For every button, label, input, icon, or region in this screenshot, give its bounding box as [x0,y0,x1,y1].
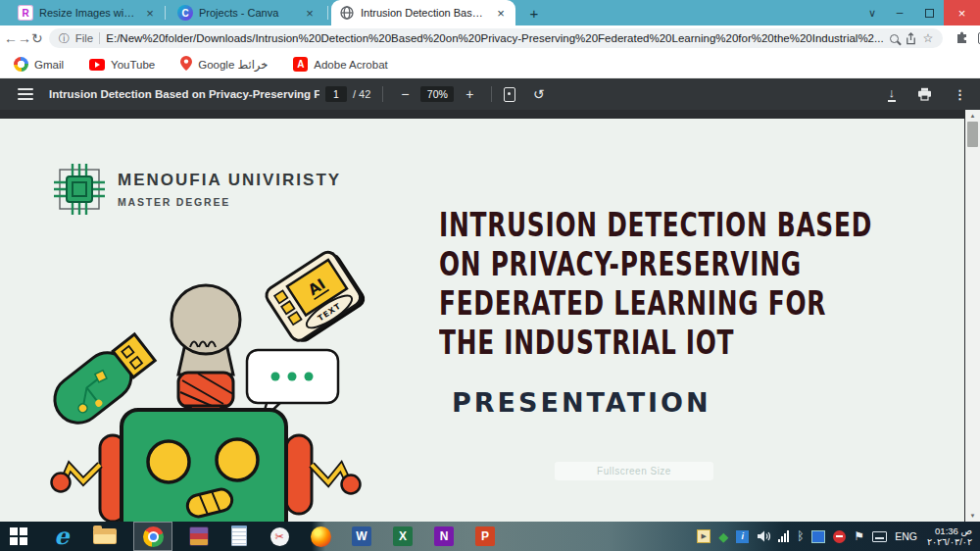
restore-icon [925,9,934,18]
onenote-button[interactable]: N [429,522,459,551]
scroll-down-icon[interactable]: ▼ [970,510,976,522]
rotate-page-button[interactable]: ↻ [533,86,545,102]
bookmark-gmail[interactable]: Gmail [14,57,64,72]
tray-app-window-icon[interactable] [811,530,825,543]
zoom-search-icon[interactable] [890,34,899,43]
zoom-level-input[interactable]: 70% [420,86,454,102]
minimize-button[interactable]: – [885,0,914,25]
zoom-out-button[interactable]: − [395,86,415,102]
toolbar-divider [382,86,383,102]
bookmark-google-maps[interactable]: Google خرائط [180,56,268,73]
language-indicator[interactable]: ENG [895,530,917,542]
pdf-toolbar-right: ↓ ⋮ [888,87,967,102]
current-page-input[interactable]: 1 [325,86,347,102]
google-g-icon [14,57,28,72]
bluetooth-icon[interactable]: ᛒ [797,529,804,543]
tab-canva-projects[interactable]: C Projects - Canva × [170,0,324,25]
tab-resize-images[interactable]: R Resize Images with a Free Image × [10,0,165,25]
network-signal-icon[interactable] [778,530,789,542]
pdf-viewport: MENOUFIA UNIVIRISTY MASTER DEGREE INTRUS… [0,110,980,522]
pdf-scrollbar[interactable]: ▲ ▼ [965,110,980,522]
new-tab-button[interactable]: + [523,3,545,23]
menu-hamburger-icon[interactable] [18,88,33,100]
degree-label: MASTER DEGREE [118,196,341,208]
media-player-tray-icon[interactable]: ▶ [697,529,710,543]
notepad-button[interactable] [225,522,253,551]
download-button[interactable]: ↓ [888,87,897,102]
tab-title: Resize Images with a Free Image [39,7,137,19]
bookmark-adobe-acrobat[interactable]: A Adobe Acrobat [293,57,387,72]
page-info-icon[interactable]: ⓘ [59,31,70,46]
browser-window: R Resize Images with a Free Image × C Pr… [0,0,980,551]
start-button[interactable] [2,522,35,551]
excel-icon: X [393,526,413,546]
scrollbar-thumb[interactable] [967,122,978,147]
window-controls: ∨ – × [859,0,980,25]
canva-favicon: C [177,5,193,21]
firefox-button[interactable] [306,522,335,551]
clock-date: ٢٠٢٦/٠٣/٠٢ [927,536,972,547]
robot-head [52,410,361,522]
windows-taskbar: e ✂ W X N P ▶ ◆ i ᛒ ⚑ [0,522,980,551]
clock-time: 01:36 ص [927,526,972,536]
bookmark-star-icon[interactable]: ☆ [923,31,934,45]
maximize-button[interactable] [914,0,944,25]
url-text[interactable]: E:/New%20folder/Downloads/Intrusion%20De… [106,32,883,44]
forward-button[interactable]: → [18,30,31,46]
scissors-icon: ✂ [270,527,289,546]
close-tab-icon[interactable]: × [303,6,317,21]
file-explorer-button[interactable] [88,522,122,551]
reload-button[interactable]: ↻ [31,30,43,46]
close-window-button[interactable]: × [944,0,980,25]
chip-logo-icon [53,162,106,217]
folder-icon [93,528,117,544]
fit-to-page-button[interactable] [504,87,515,102]
back-button[interactable]: ← [4,30,18,46]
pdf-menu-kebab-icon[interactable]: ⋮ [954,87,966,102]
volume-icon[interactable] [757,530,770,542]
tab-separator [165,6,166,20]
touch-keyboard-icon[interactable] [872,531,887,542]
diamond-tray-icon[interactable]: ◆ [718,529,728,544]
winrar-button[interactable] [184,522,214,551]
chrome-button-active[interactable] [133,522,172,551]
winrar-icon [189,526,209,546]
title-line: ON PRIVACY-PRESERVING [439,244,897,283]
info-tray-icon[interactable]: i [736,530,749,543]
bookmarks-bar: Gmail YouTube Google خرائط A Adobe Acrob… [0,51,980,78]
word-button[interactable]: W [347,522,376,551]
action-center-flag-icon[interactable]: ⚑ [854,529,864,543]
address-bar[interactable]: ⓘ File E:/New%20folder/Downloads/Intrusi… [49,28,944,48]
address-divider [99,32,100,44]
powerpoint-button[interactable]: P [470,522,500,551]
scroll-up-icon[interactable]: ▲ [970,110,976,122]
maps-pin-icon [180,56,192,73]
tab-title: Intrusion Detection Based on Pr [361,7,488,19]
antivirus-tray-icon[interactable] [833,530,846,543]
bookmark-youtube[interactable]: YouTube [89,59,155,71]
bookmark-label: Gmail [34,59,64,71]
university-name: MENOUFIA UNIVIRISTY [118,171,341,190]
resize-app-favicon: R [18,5,33,21]
internet-explorer-button[interactable]: e [47,522,76,551]
title-line: INTRUSION DETECTION BASED [439,205,897,244]
clock[interactable]: 01:36 ص ٢٠٢٦/٠٣/٠٢ [927,526,972,547]
pdf-page-slide: MENOUFIA UNIVIRISTY MASTER DEGREE INTRUS… [0,119,964,522]
ai-card-icon: AI TEXT [264,247,368,347]
close-tab-icon[interactable]: × [494,6,508,21]
snipping-tool-button[interactable]: ✂ [265,522,294,551]
firefox-icon [311,526,331,547]
tab-intrusion-detection-active[interactable]: Intrusion Detection Based on Pr × [331,0,515,25]
word-icon: W [352,526,371,546]
bookmark-label: YouTube [111,59,155,71]
close-tab-icon[interactable]: × [143,6,157,21]
pdf-document-title: Intrusion Detection Based on Privacy-Pre… [49,88,319,100]
tab-search-chevron-icon[interactable]: ∨ [859,0,885,25]
share-icon[interactable] [905,32,917,45]
onenote-icon: N [434,526,454,546]
bookmark-label: Adobe Acrobat [314,59,387,71]
extensions-puzzle-icon[interactable] [955,31,968,45]
print-button[interactable] [917,87,932,101]
zoom-in-button[interactable]: + [460,86,479,102]
excel-button[interactable]: X [388,522,417,551]
